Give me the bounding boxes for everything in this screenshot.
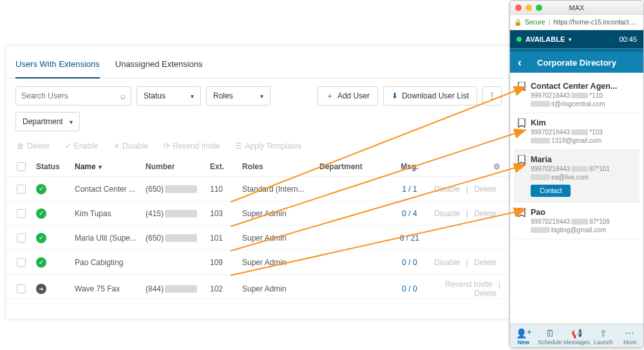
back-arrow-icon[interactable]: ‹ xyxy=(518,56,522,69)
row-action[interactable]: Delete xyxy=(470,289,500,298)
search-input[interactable] xyxy=(21,91,120,100)
cell-msg[interactable]: 0 / 4 xyxy=(390,209,429,218)
directory-list[interactable]: Contact Center Agen... 99970218443*110 i… xyxy=(510,73,643,324)
softphone-window: MAX 🔒 Secure | https://home-c15.incontac… xyxy=(509,0,644,348)
contact-button[interactable]: Contact xyxy=(531,185,571,197)
bulk-actions-row: 🗑Delete ✓Enable ✕Disable ⟳Resend Invite … xyxy=(6,138,511,157)
roles-filter[interactable]: Roles ▾ xyxy=(206,86,270,106)
cell-name: Maria Ulit (Supe... xyxy=(75,234,146,243)
contact-phone: 99970218443*110 xyxy=(531,92,636,99)
row-action[interactable]: Resend Invite xyxy=(441,280,496,289)
contact-item[interactable]: Maria 9997021844387*101 ea@live.com Cont… xyxy=(514,150,639,203)
cell-ext: 109 xyxy=(210,258,242,267)
tab-launch[interactable]: ⇪Launch xyxy=(590,324,616,348)
x-icon: ✕ xyxy=(113,142,120,151)
cell-msg[interactable]: 1 / 1 xyxy=(390,185,429,194)
cell-number: (844) xyxy=(146,284,210,293)
row-checkbox[interactable] xyxy=(17,258,26,267)
agent-status-bar[interactable]: AVAILABLE ▾ 00:45 xyxy=(510,30,643,48)
check-icon: ✓ xyxy=(65,142,71,151)
col-department[interactable]: Department xyxy=(319,162,390,171)
table-row[interactable]: ✓ Maria Ulit (Supe... (650) 101 Super Ad… xyxy=(6,226,511,250)
row-action[interactable]: Delete xyxy=(470,185,500,194)
table-row[interactable]: ✓ Kim Tupas (415) 103 Super Admin 0 / 4 … xyxy=(6,201,511,226)
tab-users-with-extensions[interactable]: Users With Extensions xyxy=(15,55,100,78)
roles-filter-label: Roles xyxy=(213,91,233,100)
download-users-button[interactable]: ⬇ Download User List xyxy=(383,86,477,106)
trash-icon: 🗑 xyxy=(17,142,24,151)
table-header: Status Name▾ Number Ext. Roles Departmen… xyxy=(6,157,511,177)
template-icon: ☰ xyxy=(235,142,242,151)
contact-item[interactable]: Contact Center Agen... 99970218443*110 i… xyxy=(514,77,639,113)
secure-label: Secure xyxy=(525,19,545,26)
tab-new[interactable]: 👤⁺New xyxy=(510,324,536,348)
status-dot-icon xyxy=(516,37,522,42)
select-all-checkbox[interactable] xyxy=(17,162,26,171)
bulk-enable: ✓Enable xyxy=(65,142,98,151)
directory-title: Corporate Directory xyxy=(537,58,616,68)
contact-name: Contact Center Agen... xyxy=(531,82,636,91)
contact-phone: 99970218443*103 xyxy=(531,129,636,136)
table-row[interactable]: ➜ Wave 75 Fax (844) 102 Super Admin 0 / … xyxy=(6,275,511,299)
row-action[interactable]: Disable xyxy=(430,258,464,267)
row-checkbox[interactable] xyxy=(17,209,26,218)
row-checkbox[interactable] xyxy=(17,284,26,293)
cell-ext: 101 xyxy=(210,234,242,243)
bookmark-icon xyxy=(518,208,526,217)
col-msg[interactable]: Msg. xyxy=(390,162,429,171)
contact-email: it@ringcentral.com xyxy=(531,100,636,107)
cell-name: Pao Cabigting xyxy=(75,258,146,267)
tab-unassigned-extensions[interactable]: Unassigned Extensions xyxy=(115,55,203,78)
col-status[interactable]: Status xyxy=(36,162,75,171)
contact-item[interactable]: Pao 9997021844387*109 bigting@gmail.com xyxy=(514,203,639,239)
more-menu-button[interactable]: ⋮ xyxy=(482,86,502,106)
add-user-button[interactable]: ＋ Add User xyxy=(317,86,378,106)
contact-item[interactable]: Kim 99970218443*103 1318@gmail.com xyxy=(514,113,639,150)
search-icon: ⌕ xyxy=(120,91,126,101)
status-icon: ➜ xyxy=(36,284,46,294)
row-actions: Disable | Delete xyxy=(429,209,500,218)
chevron-down-icon: ▾ xyxy=(569,37,571,42)
gear-icon[interactable]: ⚙ xyxy=(493,162,500,171)
browser-url-bar[interactable]: 🔒 Secure | https://home-c15.incontact.co… xyxy=(510,15,643,30)
row-action[interactable]: Delete xyxy=(470,209,500,218)
messages-icon: 📢 xyxy=(571,328,582,338)
status-filter[interactable]: Status ▾ xyxy=(137,86,201,106)
row-action[interactable]: Disable xyxy=(430,209,464,218)
row-checkbox[interactable] xyxy=(17,234,26,243)
row-action[interactable]: Delete xyxy=(470,258,500,267)
new-icon: 👤⁺ xyxy=(516,328,531,338)
row-action[interactable]: Disable xyxy=(430,185,464,194)
contact-email: 1318@gmail.com xyxy=(531,137,636,144)
cell-msg[interactable]: 8 / 21 xyxy=(390,234,429,243)
cell-msg[interactable]: 0 / 0 xyxy=(390,284,429,293)
cell-msg[interactable]: 0 / 0 xyxy=(390,258,429,267)
col-roles[interactable]: Roles xyxy=(242,162,319,171)
col-ext[interactable]: Ext. xyxy=(210,162,242,171)
admin-panel: Users With Extensions Unassigned Extensi… xyxy=(6,46,511,318)
cell-name: Wave 75 Fax xyxy=(75,284,146,293)
col-name[interactable]: Name▾ xyxy=(75,162,146,171)
search-input-wrap[interactable]: ⌕ xyxy=(15,86,131,106)
col-number[interactable]: Number xyxy=(146,162,210,171)
tab-messages[interactable]: 📢Messages xyxy=(564,324,590,348)
tab-more[interactable]: ⋯More xyxy=(617,324,643,348)
status-icon: ✓ xyxy=(36,233,46,243)
status-available[interactable]: AVAILABLE ▾ xyxy=(516,35,571,43)
chevron-down-icon: ▾ xyxy=(260,93,263,100)
bookmark-icon xyxy=(518,118,526,127)
directory-header: ‹ Corporate Directory xyxy=(510,52,643,73)
cell-number: (650) xyxy=(146,234,210,243)
table-row[interactable]: ✓ Contact Center ... (650) 110 Standard … xyxy=(6,177,511,201)
cell-ext: 103 xyxy=(210,209,242,218)
table-row[interactable]: ✓ Pao Cabigting 109 Super Admin 0 / 0 Di… xyxy=(6,250,511,275)
toolbar-row2: Department ▾ xyxy=(6,109,511,138)
more-icon: ⋯ xyxy=(625,328,634,338)
bookmark-icon xyxy=(518,82,526,91)
tab-schedule[interactable]: 🗓Schedule xyxy=(536,324,563,348)
tabs-bar: Users With Extensions Unassigned Extensi… xyxy=(6,46,511,78)
row-actions: Disable | Delete xyxy=(429,258,500,267)
department-filter[interactable]: Department ▾ xyxy=(15,112,80,131)
row-checkbox[interactable] xyxy=(17,185,26,194)
schedule-icon: 🗓 xyxy=(545,328,554,338)
